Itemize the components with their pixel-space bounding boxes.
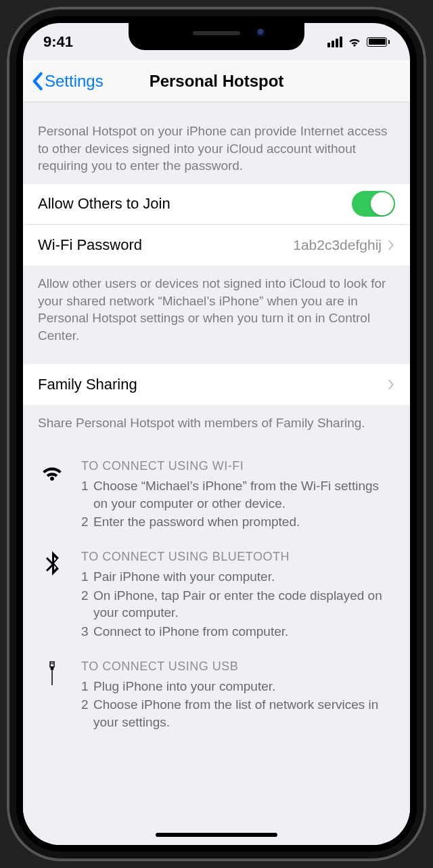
instruction-step: 1Choose “Michael’s iPhone” from the Wi-F… <box>81 477 395 512</box>
content-scroll[interactable]: Personal Hotspot on your iPhone can prov… <box>23 102 410 845</box>
chevron-left-icon <box>31 72 43 91</box>
instruction-step: 3Connect to iPhone from computer. <box>81 623 395 641</box>
chevron-right-icon <box>387 378 395 391</box>
instruction-step: 2On iPhone, tap Pair or enter the code d… <box>81 587 395 622</box>
notch <box>129 23 304 50</box>
battery-icon <box>367 37 390 47</box>
instruction-step: 2Enter the password when prompted. <box>81 513 395 531</box>
instruction-block-wifi: TO CONNECT USING WI-FI1Choose “Michael’s… <box>38 459 395 532</box>
usb-icon <box>38 659 66 733</box>
wifi-status-icon <box>348 35 361 49</box>
instruction-step: 1Pair iPhone with your computer. <box>81 568 395 586</box>
volume-up-button <box>1 190 7 251</box>
family-footer-text: Share Personal Hotspot with members of F… <box>23 405 410 436</box>
svg-rect-3 <box>51 667 54 670</box>
home-indicator[interactable] <box>156 833 277 837</box>
back-button[interactable]: Settings <box>23 72 104 91</box>
row-allow-others[interactable]: Allow Others to Join <box>23 184 410 225</box>
connection-instructions: TO CONNECT USING WI-FI1Choose “Michael’s… <box>23 436 410 732</box>
instruction-heading: TO CONNECT USING BLUETOOTH <box>81 550 395 564</box>
nav-bar: Settings Personal Hotspot <box>23 60 410 102</box>
instruction-step: 1Plug iPhone into your computer. <box>81 678 395 695</box>
wifi-password-label: Wi-Fi Password <box>38 236 293 254</box>
phone-frame: 9:41 Settings Personal Hotspot <box>0 0 433 868</box>
back-label: Settings <box>45 72 104 91</box>
allow-footer-text: Allow other users or devices not signed … <box>23 265 410 365</box>
svg-rect-4 <box>51 670 53 685</box>
bluetooth-icon <box>38 550 66 642</box>
volume-down-button <box>1 264 7 325</box>
instruction-text: TO CONNECT USING BLUETOOTH1Pair iPhone w… <box>81 550 395 642</box>
intro-text: Personal Hotspot on your iPhone can prov… <box>23 102 410 184</box>
power-button <box>426 203 432 298</box>
instruction-step: 2Choose iPhone from the list of network … <box>81 696 395 731</box>
wifi-password-value: 1ab2c3defghij <box>293 237 382 253</box>
svg-rect-1 <box>51 663 52 664</box>
allow-others-toggle[interactable] <box>352 191 395 217</box>
speaker-grille <box>193 31 240 35</box>
screen: 9:41 Settings Personal Hotspot <box>23 23 410 845</box>
instruction-text: TO CONNECT USING WI-FI1Choose “Michael’s… <box>81 459 395 532</box>
instruction-heading: TO CONNECT USING WI-FI <box>81 459 395 473</box>
svg-rect-0 <box>50 661 54 667</box>
cellular-signal-icon <box>327 37 342 47</box>
svg-rect-2 <box>52 663 53 664</box>
row-wifi-password[interactable]: Wi-Fi Password 1ab2c3defghij <box>23 225 410 265</box>
chevron-right-icon <box>387 239 395 251</box>
settings-group-main: Allow Others to Join Wi-Fi Password 1ab2… <box>23 184 410 265</box>
wifi-icon <box>38 459 66 532</box>
settings-group-family: Family Sharing <box>23 364 410 405</box>
allow-others-label: Allow Others to Join <box>38 195 352 213</box>
silence-switch <box>1 135 7 162</box>
status-time: 9:41 <box>43 33 73 51</box>
toggle-knob <box>371 192 394 215</box>
family-sharing-label: Family Sharing <box>38 376 387 393</box>
instruction-text: TO CONNECT USING USB1Plug iPhone into yo… <box>81 659 395 733</box>
instruction-block-usb: TO CONNECT USING USB1Plug iPhone into yo… <box>38 659 395 733</box>
front-camera <box>257 28 265 37</box>
row-family-sharing[interactable]: Family Sharing <box>23 364 410 405</box>
instruction-heading: TO CONNECT USING USB <box>81 659 395 674</box>
instruction-block-bluetooth: TO CONNECT USING BLUETOOTH1Pair iPhone w… <box>38 550 395 642</box>
